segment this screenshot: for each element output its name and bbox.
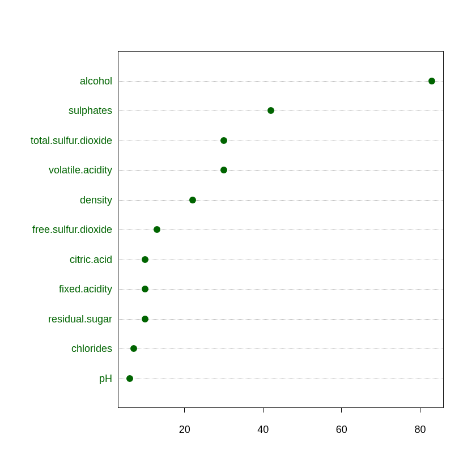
- data-dot: [154, 226, 160, 233]
- category-label: chlorides: [71, 343, 112, 355]
- gridline: [119, 81, 443, 82]
- data-dot: [142, 286, 148, 292]
- data-dot: [142, 316, 148, 322]
- x-tick: [341, 408, 342, 413]
- category-label: density: [80, 194, 112, 206]
- x-tick: [184, 408, 185, 413]
- gridline: [119, 110, 443, 111]
- category-label: residual.sugar: [48, 313, 112, 325]
- gridline: [119, 379, 443, 379]
- data-dot: [142, 256, 148, 263]
- gridline: [119, 260, 443, 260]
- gridline: [119, 319, 443, 320]
- data-dot: [220, 167, 227, 173]
- data-dot: [126, 375, 133, 382]
- x-tick: [263, 408, 264, 413]
- category-label: citric.acid: [70, 253, 112, 265]
- x-tick: [420, 408, 420, 413]
- x-tick-label: 60: [336, 424, 347, 436]
- gridline: [119, 348, 443, 349]
- category-label: alcohol: [80, 75, 112, 87]
- data-dot: [130, 345, 137, 352]
- gridline: [119, 170, 443, 171]
- category-label: free.sulfur.dioxide: [32, 224, 112, 236]
- category-label: total.sulfur.dioxide: [31, 134, 112, 146]
- gridline: [119, 200, 443, 201]
- x-tick-label: 40: [257, 424, 269, 436]
- data-dot: [189, 197, 196, 203]
- x-tick-label: 80: [414, 424, 426, 436]
- category-label: fixed.acidity: [59, 283, 112, 295]
- x-tick-label: 20: [179, 424, 190, 436]
- data-dot: [428, 78, 435, 84]
- chart-canvas: alcoholsulphatestotal.sulfur.dioxidevola…: [0, 0, 476, 476]
- category-label: volatile.acidity: [49, 164, 112, 176]
- category-label: pH: [99, 372, 112, 384]
- gridline: [119, 289, 443, 290]
- gridline: [119, 141, 443, 141]
- gridline: [119, 230, 443, 230]
- category-label: sulphates: [69, 105, 112, 117]
- data-dot: [220, 137, 227, 144]
- data-dot: [267, 107, 274, 114]
